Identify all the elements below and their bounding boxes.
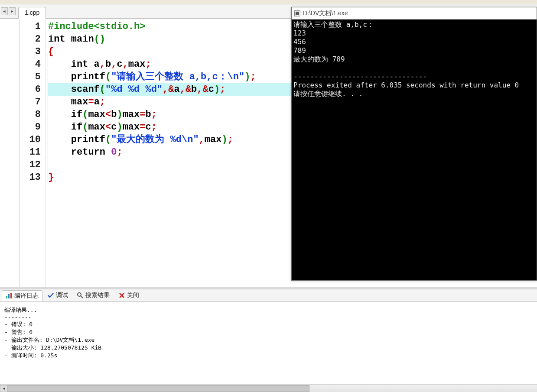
console-line: Process exited after 6.035 seconds with … bbox=[293, 81, 519, 89]
identifier-token: b bbox=[145, 109, 151, 120]
paren-token: ) bbox=[214, 84, 220, 95]
line-number[interactable]: 4 bbox=[20, 58, 45, 71]
identifier-token: max bbox=[123, 109, 140, 120]
line-number[interactable]: 2 bbox=[20, 33, 45, 45]
comma-token: , bbox=[163, 84, 168, 95]
file-tab-1cpp[interactable]: 1.cpp bbox=[18, 7, 46, 19]
line-number[interactable]: 8 bbox=[20, 108, 45, 121]
identifier-token: b bbox=[111, 109, 117, 120]
breakpoint-gutter[interactable] bbox=[0, 19, 20, 287]
console-line: 456 bbox=[293, 38, 306, 46]
horizontal-scrollbar[interactable]: ◄ bbox=[0, 384, 537, 392]
scroll-track[interactable] bbox=[8, 385, 537, 392]
tab-debug[interactable]: 调试 bbox=[43, 290, 72, 301]
number-token: 0 bbox=[111, 147, 117, 158]
brace-token: } bbox=[48, 172, 54, 183]
search-icon bbox=[77, 292, 84, 299]
scroll-left-button[interactable]: ◄ bbox=[0, 385, 8, 392]
tab-label: 调试 bbox=[56, 292, 68, 299]
console-line: 请输入三个整数 a,b,c： bbox=[293, 20, 374, 29]
semicolon-token: ; bbox=[100, 97, 105, 107]
line-number[interactable]: 9 bbox=[20, 121, 45, 133]
semicolon-token: ; bbox=[228, 134, 233, 145]
ampersand-token: & bbox=[186, 84, 191, 95]
identifier-token: max bbox=[88, 109, 105, 120]
space-token bbox=[105, 147, 111, 158]
console-line: 789 bbox=[293, 46, 306, 55]
identifier-token: max bbox=[48, 97, 88, 107]
paren-token: ) bbox=[221, 134, 227, 145]
semicolon-token: ; bbox=[117, 147, 122, 158]
compile-log-output[interactable]: 编译结果... -------- - 错误: 0 - 警告: 0 - 输出文件名… bbox=[0, 302, 537, 384]
identifier-token: c bbox=[117, 59, 122, 70]
semicolon-token: ; bbox=[220, 84, 225, 95]
log-line: - 输出大小: 128.2705078125 KiB bbox=[4, 344, 101, 351]
svg-rect-2 bbox=[10, 293, 12, 298]
paren-token: ) bbox=[244, 71, 250, 82]
keyword-token: if bbox=[48, 122, 82, 133]
keyword-token: if bbox=[48, 109, 82, 120]
check-icon bbox=[47, 292, 54, 299]
paren-token: ) bbox=[117, 109, 122, 120]
console-line: 最大的数为 789 bbox=[293, 55, 345, 63]
semicolon-token: ; bbox=[250, 71, 256, 82]
close-x-icon bbox=[118, 292, 125, 299]
console-line: -------------------------------- bbox=[293, 72, 427, 81]
identifier-token: max bbox=[205, 134, 222, 145]
log-line: - 错误: 0 bbox=[4, 321, 33, 327]
identifier-token: c bbox=[111, 122, 117, 133]
operator-token: < bbox=[105, 122, 111, 133]
scroll-thumb[interactable] bbox=[8, 385, 309, 392]
tab-arrow-left[interactable]: ◄ bbox=[1, 7, 8, 15]
comma-token: , bbox=[111, 59, 117, 70]
log-line: 编译结果... bbox=[4, 307, 37, 313]
svg-rect-1 bbox=[8, 294, 10, 298]
keyword-token: int bbox=[48, 59, 88, 70]
operator-token: = bbox=[140, 109, 145, 120]
svg-rect-0 bbox=[6, 296, 7, 298]
bottom-panel: 编译日志 调试 搜索结果 关闭 编译结果... -------- - 错误: 0… bbox=[0, 287, 537, 392]
comma-token: , bbox=[100, 59, 105, 70]
console-output[interactable]: 请输入三个整数 a,b,c： 123 456 789 最大的数为 789 ---… bbox=[292, 19, 537, 280]
line-number[interactable]: 6 bbox=[20, 83, 45, 96]
tab-arrow-right[interactable]: ► bbox=[9, 7, 16, 15]
log-line: - 警告: 0 bbox=[4, 329, 33, 335]
identifier-token: scanf bbox=[48, 84, 100, 95]
ampersand-token: & bbox=[202, 84, 208, 95]
console-title-text: D:\DV文档\1.exe bbox=[303, 10, 348, 17]
keyword-token: return bbox=[48, 147, 105, 158]
line-number[interactable]: 10 bbox=[20, 133, 45, 146]
console-app-icon bbox=[294, 10, 300, 16]
log-line: - 输出文件名: D:\DV文档\1.exe bbox=[4, 337, 94, 343]
identifier-token: main bbox=[65, 34, 94, 45]
line-number[interactable]: 13 bbox=[20, 171, 45, 184]
line-number[interactable]: 1 bbox=[20, 20, 45, 33]
operator-token: = bbox=[88, 97, 94, 107]
paren-token: ( bbox=[100, 84, 105, 95]
console-line: 请按任意键继续. . . bbox=[293, 90, 363, 98]
line-number[interactable]: 3 bbox=[20, 45, 45, 58]
line-number[interactable]: 7 bbox=[20, 96, 45, 108]
string-token: "%d %d %d" bbox=[105, 84, 163, 95]
tab-close[interactable]: 关闭 bbox=[114, 290, 143, 301]
line-number[interactable]: 5 bbox=[20, 71, 45, 83]
line-number[interactable]: 11 bbox=[20, 146, 45, 159]
tab-compile-log[interactable]: 编译日志 bbox=[2, 290, 42, 301]
ampersand-token: & bbox=[168, 84, 174, 95]
console-titlebar[interactable]: D:\DV文档\1.exe bbox=[292, 7, 537, 19]
tab-nav-arrows: ◄ ► bbox=[0, 4, 16, 18]
barchart-icon bbox=[6, 292, 13, 299]
tab-label: 搜索结果 bbox=[85, 292, 110, 299]
keyword-token: int bbox=[48, 34, 65, 45]
identifier-token: printf bbox=[48, 134, 105, 145]
tab-search-results[interactable]: 搜索结果 bbox=[73, 290, 114, 301]
line-number[interactable]: 12 bbox=[20, 159, 45, 171]
console-window[interactable]: D:\DV文档\1.exe 请输入三个整数 a,b,c： 123 456 789… bbox=[291, 7, 537, 281]
log-line: -------- bbox=[4, 314, 32, 321]
identifier-token: b bbox=[191, 84, 197, 95]
semicolon-token: ; bbox=[151, 122, 157, 133]
comma-token: , bbox=[197, 84, 202, 95]
line-number-gutter[interactable]: 1 2 3 4 5 6 7 8 9 10 11 12 13 bbox=[20, 19, 46, 287]
svg-point-3 bbox=[78, 293, 81, 296]
identifier-token: max bbox=[88, 122, 105, 133]
